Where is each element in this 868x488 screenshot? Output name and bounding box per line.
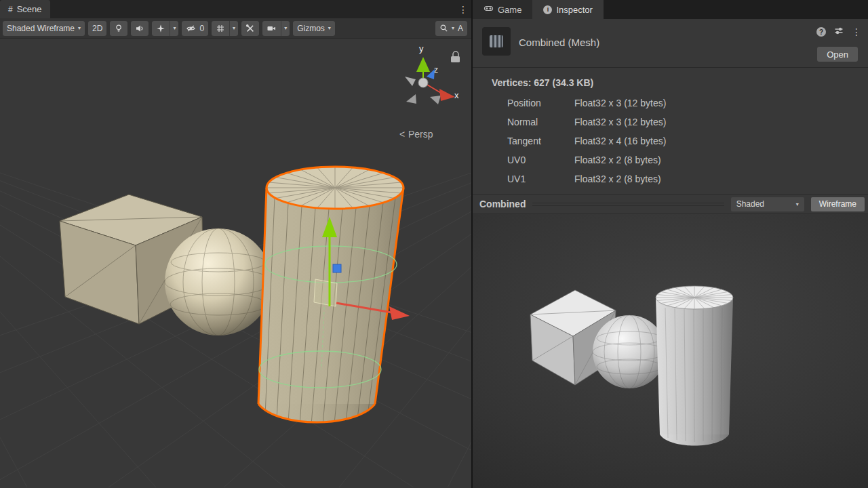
scene-viewport[interactable]: y z x < Persp (0, 39, 471, 487)
tab-game-label: Game (498, 5, 521, 15)
mesh-preview-area[interactable] (473, 214, 868, 488)
attribute-row: Position Float32 x 3 (12 bytes) (492, 94, 868, 113)
grid-visibility-dropdown[interactable]: ▾ (229, 21, 238, 36)
draw-mode-label: Shaded Wireframe (7, 24, 75, 33)
tab-game[interactable]: Game (473, 0, 532, 19)
preview-sphere (593, 315, 666, 388)
toggle-2d-button[interactable]: 2D (88, 21, 106, 36)
shading-mode-label: Shaded (736, 199, 764, 209)
scene-lighting-button[interactable] (110, 21, 127, 36)
scene-canvas[interactable]: y z x < Persp (0, 39, 471, 487)
toggle-2d-label: 2D (92, 24, 102, 33)
move-gizmo-z-handle[interactable] (333, 264, 341, 272)
more-options-icon[interactable]: ⋮ (852, 26, 861, 37)
mesh-preview-canvas[interactable] (473, 214, 868, 485)
sphere-mesh (165, 228, 272, 336)
attr-name: Normal (492, 117, 574, 127)
preview-cylinder (656, 286, 733, 446)
preview-title: Combined (479, 199, 526, 209)
orientation-axis-y[interactable] (416, 57, 430, 72)
tab-inspector-label: Inspector (556, 5, 592, 15)
attribute-row: Normal Float32 x 3 (12 bytes) (492, 113, 868, 131)
help-icon[interactable]: ? (816, 27, 826, 37)
orientation-axis-x[interactable] (439, 89, 455, 101)
preview-drag-handle[interactable] (532, 203, 724, 206)
hidden-count: 0 (199, 24, 204, 33)
tools-icon (245, 24, 255, 33)
tab-inspector[interactable]: i Inspector (532, 0, 603, 19)
attribute-row: UV1 Float32 x 2 (8 bytes) (492, 169, 868, 188)
lightbulb-icon (114, 24, 123, 33)
orientation-axis-neg-z[interactable] (406, 94, 416, 104)
wireframe-toggle-button[interactable]: Wireframe (811, 197, 865, 211)
scene-camera-button[interactable] (262, 21, 281, 36)
open-button[interactable]: Open (817, 47, 858, 62)
attr-name: UV1 (492, 174, 574, 184)
scene-tabbar: # Scene ⋮ (0, 0, 471, 18)
scene-camera-dropdown[interactable]: ▾ (281, 21, 290, 36)
scene-effects-button[interactable] (152, 21, 170, 36)
scene-more-icon[interactable]: ⋮ (455, 0, 471, 18)
tab-scene[interactable]: # Scene (0, 0, 50, 18)
search-filter-value: A (458, 24, 463, 33)
chevron-down-icon: ▾ (173, 26, 176, 31)
presets-icon[interactable] (834, 26, 844, 38)
sparkle-icon (156, 24, 165, 33)
orientation-gizmo[interactable]: y z x < Persp (399, 43, 459, 140)
attr-name: Position (492, 98, 574, 108)
scene-toolbar: Shaded Wireframe ▾ 2D ▾ (0, 18, 471, 39)
info-icon: i (543, 5, 552, 14)
attribute-row: Tangent Float32 x 4 (16 bytes) (492, 131, 868, 150)
preview-shading-dropdown[interactable]: Shaded ▾ (731, 197, 804, 211)
scene-audio-button[interactable] (131, 21, 149, 36)
component-tools-button[interactable] (241, 21, 259, 36)
mesh-info-section: Vertices: 627 (34.3 KB) Position Float32… (473, 68, 868, 194)
inspector-pane: Game i Inspector Combined (Mesh) ? ⋮ Ope… (473, 0, 868, 488)
attr-name: UV0 (492, 155, 574, 165)
inspector-title: Combined (Mesh) (519, 37, 599, 48)
mesh-thumbnail-icon (482, 27, 511, 56)
attr-format: Float32 x 3 (12 bytes) (574, 117, 666, 127)
axis-label-x: x (454, 90, 459, 100)
scene-pane: # Scene ⋮ Shaded Wireframe ▾ 2D (0, 0, 471, 488)
chevron-down-icon: ▾ (328, 26, 331, 31)
search-icon (439, 24, 448, 33)
camera-icon (267, 24, 277, 33)
attr-format: Float32 x 2 (8 bytes) (574, 155, 661, 165)
axis-label-y: y (419, 43, 424, 54)
move-gizmo-plane-handle[interactable] (314, 279, 337, 306)
axis-label-z: z (434, 65, 438, 75)
vertices-summary: Vertices: 627 (34.3 KB) (492, 77, 868, 88)
orientation-axis-neg-x[interactable] (405, 77, 416, 86)
inspector-header: Combined (Mesh) ? ⋮ Open (473, 19, 868, 68)
draw-mode-dropdown[interactable]: Shaded Wireframe ▾ (3, 21, 85, 36)
chevron-down-icon: ▾ (233, 26, 235, 31)
grid-visibility-group: ▾ (212, 21, 238, 36)
unity-editor-window: # Scene ⋮ Shaded Wireframe ▾ 2D (0, 0, 868, 488)
gizmos-dropdown[interactable]: Gizmos ▾ (293, 21, 335, 36)
header-icon-group: ? ⋮ (816, 26, 861, 38)
chevron-down-icon: ▾ (78, 26, 81, 31)
attr-format: Float32 x 3 (12 bytes) (574, 98, 666, 108)
scene-tab-icon: # (8, 5, 13, 14)
gizmos-label: Gizmos (297, 24, 325, 33)
persp-label[interactable]: Persp (408, 129, 433, 140)
scene-search-field[interactable]: ▾ A (435, 21, 467, 36)
scene-camera-group: ▾ (262, 21, 290, 36)
hidden-objects-button[interactable]: 0 (182, 21, 208, 36)
grid-visibility-button[interactable] (212, 21, 229, 36)
attribute-row: UV0 Float32 x 2 (8 bytes) (492, 150, 868, 169)
chevron-down-icon: ▾ (796, 201, 799, 207)
eye-off-icon (186, 24, 196, 33)
orientation-center[interactable] (418, 78, 428, 87)
scene-effects-dropdown[interactable]: ▾ (170, 21, 178, 36)
orientation-axis-neg-y[interactable] (430, 96, 441, 104)
scene-tab-label: Scene (17, 4, 42, 14)
grid-icon (216, 24, 225, 33)
lock-icon[interactable] (451, 52, 460, 62)
inspector-tabbar: Game i Inspector (473, 0, 868, 19)
speaker-icon (135, 24, 144, 33)
gamepad-icon (484, 4, 494, 15)
chevron-down-icon: ▾ (284, 26, 287, 31)
persp-angle-icon: < (399, 129, 405, 140)
